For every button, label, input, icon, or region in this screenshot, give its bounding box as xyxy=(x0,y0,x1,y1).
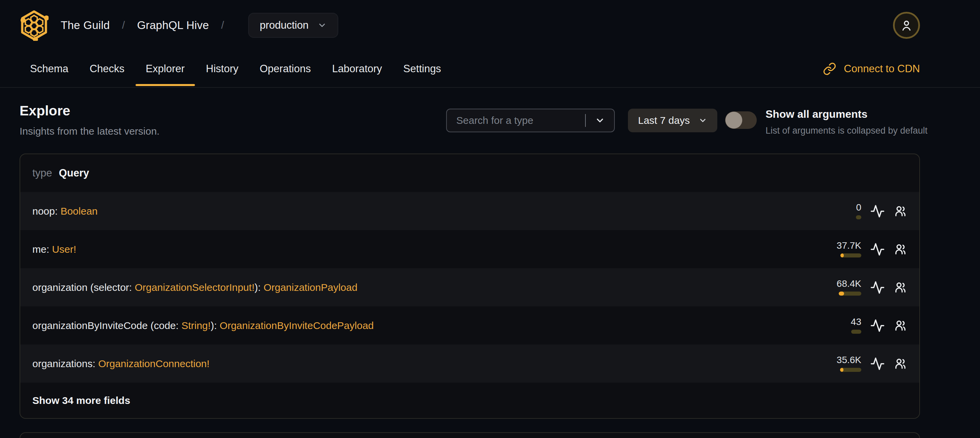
target-selector-button[interactable]: production xyxy=(248,13,338,38)
type-name[interactable]: Query xyxy=(59,167,89,179)
show-more-fields-button[interactable]: Show 34 more fields xyxy=(20,383,919,418)
usage-count-block: 0 xyxy=(807,203,861,219)
field-rows: noop: Boolean 0 me: User! 37. xyxy=(20,192,919,383)
toggle-description: List of arguments is collapsed by defaul… xyxy=(765,126,928,136)
toggle-knob xyxy=(725,112,742,129)
field-signature: organization (selector: OrganizationSele… xyxy=(32,282,807,293)
field-row-organizations[interactable]: organizations: OrganizationConnection! 3… xyxy=(20,344,919,383)
period-select-value: Last 7 days xyxy=(638,115,690,126)
hive-logo-icon xyxy=(19,10,49,41)
activity-icon[interactable] xyxy=(870,242,885,257)
users-icon[interactable] xyxy=(894,357,907,371)
tab-operations[interactable]: Operations xyxy=(260,51,311,87)
field-signature: noop: Boolean xyxy=(32,205,807,217)
usage-count-block: 43 xyxy=(807,317,861,334)
field-row-organizationByInviteCode[interactable]: organizationByInviteCode (code: String!)… xyxy=(20,306,919,344)
usage-bar xyxy=(839,291,861,296)
breadcrumb: The Guild / GraphQL Hive / xyxy=(61,19,236,32)
field-metrics: 43 xyxy=(807,317,907,334)
tab-checks[interactable]: Checks xyxy=(90,51,124,87)
field-row-me[interactable]: me: User! 37.7K xyxy=(20,230,919,268)
activity-icon[interactable] xyxy=(870,356,885,371)
field-metrics: 0 xyxy=(807,203,907,219)
usage-count: 43 xyxy=(851,317,861,327)
connect-to-cdn-label: Connect to CDN xyxy=(844,63,920,75)
users-icon[interactable] xyxy=(894,243,907,256)
avatar[interactable] xyxy=(893,12,920,39)
usage-count: 0 xyxy=(856,203,861,212)
chevron-down-icon[interactable] xyxy=(586,115,614,126)
field-row-noop[interactable]: noop: Boolean 0 xyxy=(20,192,919,230)
activity-icon[interactable] xyxy=(870,280,885,295)
usage-bar-fill xyxy=(839,291,844,296)
tab-history[interactable]: History xyxy=(206,51,239,87)
users-icon[interactable] xyxy=(894,204,907,218)
usage-count: 68.4K xyxy=(837,279,861,288)
breadcrumb-org[interactable]: The Guild xyxy=(61,19,110,32)
target-selector-value: production xyxy=(260,19,309,31)
tabs: SchemaChecksExplorerHistoryOperationsLab… xyxy=(30,51,441,87)
show-all-arguments-toggle[interactable] xyxy=(725,111,757,129)
tab-settings[interactable]: Settings xyxy=(403,51,441,87)
chevron-down-icon xyxy=(698,116,707,125)
field-metrics: 37.7K xyxy=(807,241,907,258)
connect-to-cdn-link[interactable]: Connect to CDN xyxy=(823,51,920,87)
topbar: The Guild / GraphQL Hive / production xyxy=(19,3,920,48)
usage-bar xyxy=(851,330,861,334)
link-icon xyxy=(823,62,836,76)
field-row-organization[interactable]: organization (selector: OrganizationSele… xyxy=(20,268,919,306)
breadcrumb-separator: / xyxy=(221,19,224,31)
breadcrumb-project[interactable]: GraphQL Hive xyxy=(137,19,209,32)
usage-bar-fill xyxy=(840,253,844,258)
field-signature: organizations: OrganizationConnection! xyxy=(32,358,807,370)
usage-count: 37.7K xyxy=(837,241,861,250)
type-kind-label: type xyxy=(32,167,52,179)
type-search-combobox xyxy=(446,109,615,132)
breadcrumb-separator: / xyxy=(122,19,125,31)
usage-bar xyxy=(840,253,861,258)
search-input[interactable] xyxy=(447,115,585,126)
page-subtitle: Insights from the latest version. xyxy=(19,126,159,137)
field-signature: organizationByInviteCode (code: String!)… xyxy=(32,320,807,331)
usage-count: 35.6K xyxy=(837,355,861,365)
field-metrics: 35.6K xyxy=(807,355,907,372)
period-select-button[interactable]: Last 7 days xyxy=(628,109,717,132)
field-metrics: 68.4K xyxy=(807,279,907,296)
tab-schema[interactable]: Schema xyxy=(30,51,68,87)
tab-laboratory[interactable]: Laboratory xyxy=(332,51,382,87)
usage-count-block: 35.6K xyxy=(807,355,861,372)
users-icon[interactable] xyxy=(894,319,907,332)
toggle-label: Show all arguments xyxy=(765,108,867,121)
usage-bar-fill xyxy=(840,368,843,372)
users-icon[interactable] xyxy=(894,281,907,294)
page-title: Explore xyxy=(19,103,70,119)
usage-count-block: 68.4K xyxy=(807,279,861,296)
next-type-card-peek xyxy=(19,432,920,438)
tabs-bar: SchemaChecksExplorerHistoryOperationsLab… xyxy=(0,51,980,88)
type-card-header: type Query xyxy=(20,154,919,192)
user-icon xyxy=(900,19,913,32)
usage-count-block: 37.7K xyxy=(807,241,861,258)
type-card: type Query noop: Boolean 0 me: U xyxy=(19,153,920,419)
activity-icon[interactable] xyxy=(870,318,885,333)
activity-icon[interactable] xyxy=(870,204,885,219)
usage-bar xyxy=(840,368,861,372)
chevron-down-icon xyxy=(317,21,327,30)
usage-bar xyxy=(856,215,861,219)
tab-explorer[interactable]: Explorer xyxy=(146,51,185,87)
field-signature: me: User! xyxy=(32,244,807,255)
